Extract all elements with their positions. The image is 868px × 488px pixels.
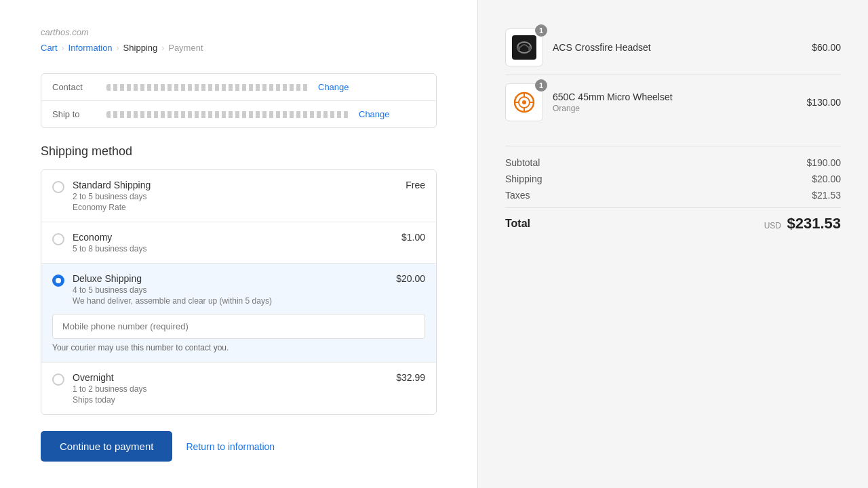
option-tag-deluxe: We hand deliver, assemble and clear up (… bbox=[73, 296, 385, 306]
radio-standard bbox=[52, 181, 64, 193]
breadcrumb: Cart › Information › Shipping › Payment bbox=[41, 43, 437, 53]
shipping-row: Shipping $20.00 bbox=[505, 174, 841, 184]
option-tag-overnight: Ships today bbox=[73, 395, 385, 405]
ship-to-value bbox=[106, 111, 351, 118]
shipping-label: Shipping bbox=[505, 174, 542, 184]
shipping-options: Standard Shipping 2 to 5 business days E… bbox=[41, 169, 437, 415]
option-details-standard: Standard Shipping 2 to 5 business days E… bbox=[73, 180, 395, 212]
deluxe-extra: Your courier may use this number to cont… bbox=[52, 306, 425, 352]
item-badge-1: 1 bbox=[535, 79, 547, 92]
option-details-economy: Economy 5 to 8 business days bbox=[73, 232, 391, 253]
option-subtitle-standard: 2 to 5 business days bbox=[73, 192, 395, 201]
left-panel: carthos.com Cart › Information › Shippin… bbox=[0, 0, 477, 488]
breadcrumb-shipping: Shipping bbox=[123, 43, 158, 53]
total-label: Total bbox=[505, 218, 530, 230]
option-tag-standard: Economy Rate bbox=[73, 203, 395, 212]
ship-to-row: Ship to Change bbox=[41, 100, 436, 127]
shipping-method-title: Shipping method bbox=[41, 144, 437, 159]
total-value: $231.53 bbox=[787, 215, 841, 232]
option-details-deluxe: Deluxe Shipping 4 to 5 business days We … bbox=[73, 273, 385, 306]
contact-value bbox=[106, 84, 310, 91]
option-price-standard: Free bbox=[395, 180, 425, 190]
option-price-overnight: $32.99 bbox=[385, 372, 425, 383]
contact-ship-box: Contact Change Ship to Change bbox=[41, 73, 437, 128]
item-name-0: ACS Crossfire Headset bbox=[553, 42, 802, 53]
shipping-option-overnight[interactable]: Overnight 1 to 2 business days Ships tod… bbox=[41, 362, 436, 414]
shipping-option-standard[interactable]: Standard Shipping 2 to 5 business days E… bbox=[41, 170, 436, 222]
option-price-deluxe: $20.00 bbox=[385, 273, 425, 284]
item-info-0: ACS Crossfire Headset bbox=[553, 42, 802, 53]
right-panel: 1 ACS Crossfire Headset $60.00 1 650C 45… bbox=[477, 0, 868, 488]
breadcrumb-cart[interactable]: Cart bbox=[41, 43, 58, 53]
total-currency: USD bbox=[764, 221, 781, 230]
option-subtitle-economy: 5 to 8 business days bbox=[73, 244, 391, 253]
option-name-overnight: Overnight bbox=[73, 372, 385, 383]
option-top-economy: Economy 5 to 8 business days $1.00 bbox=[52, 232, 425, 253]
svg-point-6 bbox=[522, 100, 526, 104]
item-variant-1: Orange bbox=[553, 104, 797, 113]
option-top-deluxe: Deluxe Shipping 4 to 5 business days We … bbox=[52, 273, 425, 306]
mobile-phone-input[interactable] bbox=[52, 314, 425, 339]
order-item-1: 1 650C 45mm Micro Wheelset Orange $130.0… bbox=[505, 75, 841, 129]
contact-change-link[interactable]: Change bbox=[318, 82, 349, 92]
taxes-row: Taxes $21.53 bbox=[505, 190, 841, 201]
svg-rect-2 bbox=[517, 46, 520, 51]
sep1: › bbox=[62, 43, 64, 53]
item-img-wrap-0: 1 bbox=[505, 28, 543, 66]
radio-economy bbox=[52, 233, 64, 245]
return-to-information-link[interactable]: Return to information bbox=[186, 441, 275, 452]
option-subtitle-overnight: 1 to 2 business days bbox=[73, 384, 385, 394]
phone-helper-text: Your courier may use this number to cont… bbox=[52, 343, 425, 352]
shipping-option-deluxe[interactable]: Deluxe Shipping 4 to 5 business days We … bbox=[41, 263, 436, 362]
ship-to-change-link[interactable]: Change bbox=[359, 109, 390, 119]
button-row: Continue to payment Return to informatio… bbox=[41, 431, 437, 462]
subtotal-value: $190.00 bbox=[806, 157, 841, 168]
option-top-overnight: Overnight 1 to 2 business days Ships tod… bbox=[52, 372, 425, 405]
option-subtitle-deluxe: 4 to 5 business days bbox=[73, 285, 385, 295]
sep2: › bbox=[117, 43, 119, 53]
subtotal-label: Subtotal bbox=[505, 157, 540, 168]
store-name: carthos.com bbox=[41, 27, 437, 37]
contact-label: Contact bbox=[52, 82, 106, 92]
contact-row: Contact Change bbox=[41, 74, 436, 100]
breadcrumb-payment: Payment bbox=[168, 43, 203, 53]
option-top-standard: Standard Shipping 2 to 5 business days E… bbox=[52, 180, 425, 212]
totals: Subtotal $190.00 Shipping $20.00 Taxes $… bbox=[505, 146, 841, 232]
svg-rect-3 bbox=[528, 46, 531, 51]
taxes-value: $21.53 bbox=[812, 190, 841, 201]
subtotal-row: Subtotal $190.00 bbox=[505, 157, 841, 168]
total-amount-group: USD $231.53 bbox=[764, 215, 841, 232]
radio-overnight bbox=[52, 373, 64, 386]
breadcrumb-information[interactable]: Information bbox=[68, 43, 113, 53]
item-badge-0: 1 bbox=[535, 24, 547, 37]
option-name-deluxe: Deluxe Shipping bbox=[73, 273, 385, 284]
radio-deluxe bbox=[52, 274, 64, 287]
shipping-option-economy[interactable]: Economy 5 to 8 business days $1.00 bbox=[41, 222, 436, 263]
option-price-economy: $1.00 bbox=[391, 232, 425, 243]
continue-to-payment-button[interactable]: Continue to payment bbox=[41, 431, 172, 462]
order-items: 1 ACS Crossfire Headset $60.00 1 650C 45… bbox=[505, 20, 841, 129]
option-details-overnight: Overnight 1 to 2 business days Ships tod… bbox=[73, 372, 385, 405]
item-price-1: $130.00 bbox=[806, 97, 841, 108]
item-price-0: $60.00 bbox=[812, 42, 841, 53]
option-name-economy: Economy bbox=[73, 232, 391, 243]
svg-rect-0 bbox=[512, 35, 536, 60]
sep3: › bbox=[161, 43, 164, 53]
grand-total-row: Total USD $231.53 bbox=[505, 207, 841, 232]
taxes-label: Taxes bbox=[505, 190, 530, 201]
ship-to-label: Ship to bbox=[52, 109, 106, 119]
item-name-1: 650C 45mm Micro Wheelset bbox=[553, 92, 797, 102]
order-item-0: 1 ACS Crossfire Headset $60.00 bbox=[505, 20, 841, 75]
option-name-standard: Standard Shipping bbox=[73, 180, 395, 190]
item-img-wrap-1: 1 bbox=[505, 83, 543, 121]
shipping-value: $20.00 bbox=[812, 174, 841, 184]
item-info-1: 650C 45mm Micro Wheelset Orange bbox=[553, 92, 797, 113]
